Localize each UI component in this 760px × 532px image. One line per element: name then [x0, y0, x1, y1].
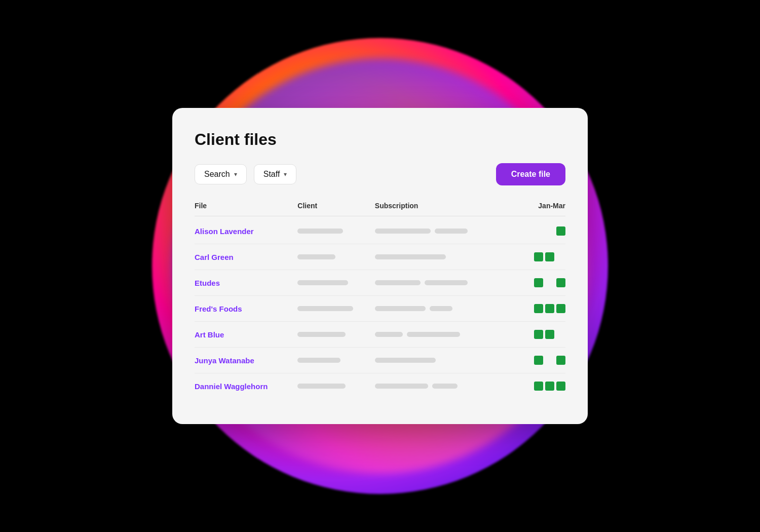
filled-square: [545, 252, 554, 261]
filled-square: [534, 252, 543, 261]
filled-square: [556, 278, 565, 287]
table-header: File Client Subscription Jan-Mar: [195, 202, 565, 216]
subscription-cell: [375, 332, 504, 337]
subscription-cell: [375, 384, 504, 389]
empty-square: [545, 278, 554, 287]
subscription-cell: [375, 254, 504, 259]
staff-chevron-icon: ▾: [284, 171, 287, 178]
search-chevron-icon: ▾: [234, 171, 237, 178]
table-row: Etudes: [195, 270, 565, 296]
client-cell: [297, 332, 375, 337]
table-row: Art Blue: [195, 322, 565, 348]
search-label: Search: [204, 170, 230, 179]
table-row: Danniel Wagglehorn: [195, 373, 565, 399]
staff-label: Staff: [263, 170, 280, 179]
subscription-cell: [375, 229, 504, 234]
filled-square: [556, 304, 565, 313]
empty-square: [556, 252, 565, 261]
janmar-cell: [504, 330, 565, 339]
filled-square: [534, 356, 543, 365]
file-name[interactable]: Etudes: [195, 279, 297, 287]
table-row: Fred's Foods: [195, 296, 565, 322]
janmar-cell: [504, 382, 565, 391]
filled-square: [556, 356, 565, 365]
table-body: Alison LavenderCarl GreenEtudesFred's Fo…: [195, 218, 565, 399]
file-name[interactable]: Art Blue: [195, 330, 297, 339]
filled-square: [545, 304, 554, 313]
filled-square: [534, 330, 543, 339]
table-row: Alison Lavender: [195, 218, 565, 244]
file-name[interactable]: Junya Watanabe: [195, 356, 297, 365]
empty-square: [556, 330, 565, 339]
janmar-cell: [504, 226, 565, 236]
col-janmar: Jan-Mar: [504, 202, 565, 210]
file-name[interactable]: Fred's Foods: [195, 305, 297, 313]
create-file-button[interactable]: Create file: [496, 163, 565, 185]
filled-square: [534, 304, 543, 313]
col-subscription: Subscription: [375, 202, 504, 210]
subscription-cell: [375, 306, 504, 311]
col-file: File: [195, 202, 297, 210]
janmar-cell: [504, 356, 565, 365]
client-cell: [297, 358, 375, 363]
empty-square: [545, 356, 554, 365]
page-title: Client files: [195, 130, 565, 149]
file-name[interactable]: Alison Lavender: [195, 227, 297, 236]
janmar-cell: [504, 304, 565, 313]
client-cell: [297, 384, 375, 389]
janmar-cell: [504, 252, 565, 261]
subscription-cell: [375, 358, 504, 363]
search-dropdown[interactable]: Search ▾: [195, 164, 247, 184]
client-cell: [297, 280, 375, 285]
toolbar: Search ▾ Staff ▾ Create file: [195, 163, 565, 185]
col-client: Client: [297, 202, 375, 210]
table-row: Carl Green: [195, 244, 565, 270]
filled-square: [545, 330, 554, 339]
file-name[interactable]: Carl Green: [195, 253, 297, 261]
client-cell: [297, 306, 375, 311]
file-name[interactable]: Danniel Wagglehorn: [195, 382, 297, 391]
subscription-cell: [375, 280, 504, 285]
main-card: Client files Search ▾ Staff ▾ Create fil…: [172, 108, 588, 424]
filled-square: [556, 382, 565, 391]
table-row: Junya Watanabe: [195, 348, 565, 373]
empty-square: [545, 226, 554, 236]
filled-square: [545, 382, 554, 391]
filled-square: [556, 226, 565, 236]
filled-square: [534, 278, 543, 287]
staff-dropdown[interactable]: Staff ▾: [254, 164, 297, 184]
filled-square: [534, 382, 543, 391]
client-cell: [297, 229, 375, 234]
client-cell: [297, 254, 375, 259]
janmar-cell: [504, 278, 565, 287]
